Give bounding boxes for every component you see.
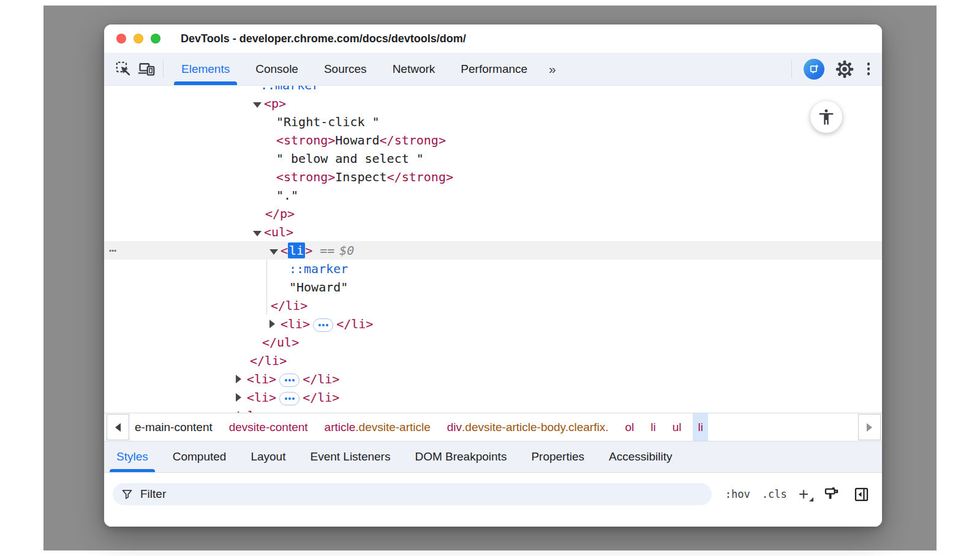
token-tag: </strong> (380, 133, 446, 148)
crumb-segment: .devsite-article-body.clearfix. (462, 421, 608, 434)
dom-node[interactable]: <li></li> (104, 370, 882, 388)
token-pseudo: ::marker (260, 86, 319, 92)
token-tag: <strong> (276, 133, 335, 148)
crumb-segment: ul (673, 421, 682, 434)
chevron-right-icon (867, 423, 872, 432)
token-tag: </ul> (262, 335, 299, 350)
dom-node-selected[interactable]: ⋯<li>==$0 (104, 241, 882, 260)
crumb-item-5[interactable]: li (646, 413, 660, 441)
styles-tab-label: Computed (173, 450, 227, 464)
tab-performance[interactable]: Performance (448, 53, 540, 85)
crumb-segment: li (698, 421, 703, 434)
dom-node[interactable]: </ul> (104, 333, 882, 351)
ellipsis-dots-icon (288, 379, 291, 381)
dom-node[interactable]: " below and select " (104, 149, 882, 168)
styles-tab-accessibility[interactable]: Accessibility (597, 441, 684, 472)
toggle-sidebar-icon[interactable] (853, 486, 870, 503)
tab-network[interactable]: Network (380, 53, 448, 85)
styles-tab-layout[interactable]: Layout (238, 441, 298, 472)
token-tag: </li> (336, 317, 373, 331)
dom-node[interactable]: "Howard" (104, 278, 882, 296)
dom-node[interactable]: </li> (104, 296, 882, 315)
dom-node[interactable]: <li></li> (104, 315, 882, 333)
tab-console[interactable]: Console (243, 53, 311, 85)
expand-arrow-open-icon[interactable] (253, 223, 264, 241)
expand-arrow-open-icon[interactable] (253, 94, 264, 113)
crumb-item-3[interactable]: div.devsite-article-body.clearfix. (442, 413, 614, 441)
toolbar-divider (163, 60, 164, 78)
dom-node[interactable]: <ul> (104, 223, 882, 241)
style-filter-input[interactable]: Filter (113, 483, 712, 505)
token-tag: </li> (303, 390, 339, 405)
expand-arrow-collapsed-icon[interactable] (236, 388, 247, 407)
ai-assistant-icon[interactable] (804, 59, 824, 80)
settings-gear-icon[interactable] (835, 60, 854, 78)
more-menu-kebab-icon[interactable] (865, 60, 873, 78)
element-classes-button[interactable]: .cls (762, 488, 787, 500)
crumb-segment: .devsite-article (355, 421, 431, 434)
inline-expand-button[interactable] (279, 374, 300, 387)
token-var: $0 (339, 243, 354, 258)
styles-tab-dom-breakpoints[interactable]: DOM Breakpoints (402, 441, 519, 472)
crumb-item-1[interactable]: devsite-content (224, 413, 313, 441)
tab-sources[interactable]: Sources (311, 53, 380, 85)
token-text: "Howard" (289, 280, 348, 295)
expand-arrow-collapsed-icon[interactable] (236, 370, 247, 388)
dom-node[interactable]: "Right-click " (104, 113, 882, 131)
token-text: Howard (335, 133, 379, 148)
styles-tab-properties[interactable]: Properties (519, 441, 597, 472)
paint-roller-icon[interactable] (823, 486, 840, 503)
dom-node[interactable]: ::marker (104, 260, 882, 278)
dom-node[interactable]: ::marker (104, 86, 882, 94)
token-tag: </p> (265, 206, 295, 221)
dom-node[interactable]: <p> (104, 94, 882, 113)
token-sel: li (288, 242, 305, 258)
expand-arrow-open-icon[interactable] (270, 241, 281, 260)
inspect-cursor-icon[interactable] (111, 53, 135, 85)
dom-node[interactable]: </p> (104, 205, 882, 223)
inline-expand-button[interactable] (313, 318, 333, 332)
new-style-rule-button[interactable]: + (799, 488, 809, 500)
dom-node[interactable]: </ol> (104, 407, 882, 413)
tab-label: Elements (181, 62, 230, 76)
crumb-scroll-left-button[interactable] (107, 414, 129, 440)
device-toolbar-icon[interactable] (135, 53, 158, 85)
token-tag: </li> (250, 353, 287, 368)
styles-tab-label: Properties (531, 450, 584, 464)
zoom-button[interactable] (151, 34, 160, 43)
dom-node[interactable]: "." (104, 186, 882, 205)
dom-node[interactable]: <strong>Howard</strong> (104, 131, 882, 149)
devtools-window: DevTools - developer.chrome.com/docs/dev… (104, 24, 882, 527)
expand-arrow-collapsed-icon[interactable] (270, 315, 281, 333)
close-button[interactable] (116, 34, 126, 43)
dom-node[interactable]: <strong>Inspect</strong> (104, 168, 882, 186)
filter-placeholder: Filter (140, 487, 166, 501)
styles-tab-event-listeners[interactable]: Event Listeners (298, 441, 402, 472)
dom-node[interactable]: </li> (104, 351, 882, 370)
toolbar-right (791, 53, 883, 85)
crumb-item-6[interactable]: ul (668, 413, 687, 441)
styles-tab-computed[interactable]: Computed (160, 441, 239, 472)
crumb-segment: div (447, 421, 462, 434)
token-tag: <li> (247, 372, 276, 386)
dom-node[interactable]: <li></li> (104, 388, 882, 407)
crumb-item-4[interactable]: ol (620, 413, 639, 441)
tab-label: Network (393, 62, 435, 76)
toggle-element-state-button[interactable]: :hov (725, 488, 750, 500)
token-tag: < (281, 243, 288, 258)
styles-tab-label: Accessibility (609, 450, 672, 464)
crumb-scroll-right-button[interactable] (858, 414, 881, 440)
styles-tab-styles[interactable]: Styles (104, 441, 160, 472)
crumb-item-7[interactable]: li (693, 413, 707, 441)
overflow-dots: ⋯ (109, 241, 117, 260)
token-op: == (320, 243, 334, 258)
tab-elements[interactable]: Elements (168, 53, 243, 85)
more-panels-button[interactable]: » (540, 53, 564, 85)
dom-tree: ::marker<p>"Right-click "<strong>Howard<… (104, 86, 882, 413)
minimize-button[interactable] (134, 34, 143, 43)
tab-label: Performance (461, 62, 527, 76)
inline-expand-button[interactable] (279, 392, 300, 405)
crumb-item-2[interactable]: article.devsite-article (320, 413, 435, 441)
styles-filter-bar: Filter :hov .cls + (104, 472, 882, 527)
crumb-item-0[interactable]: e-main-content (130, 413, 217, 441)
